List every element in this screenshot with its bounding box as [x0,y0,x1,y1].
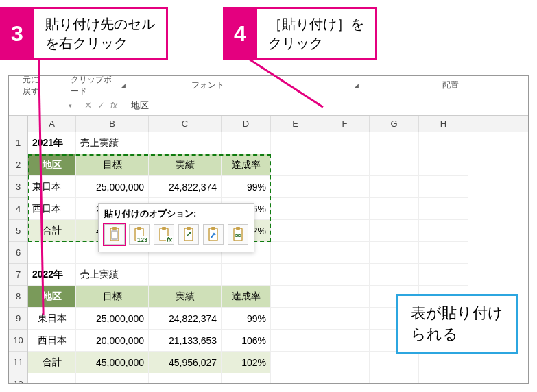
cell[interactable]: 24,822,374 [149,308,222,330]
cell[interactable]: 地区 [28,154,76,176]
name-box[interactable]: ▾ [9,102,77,109]
cell[interactable] [320,132,370,154]
cell[interactable] [222,264,271,286]
cell[interactable] [149,373,222,384]
col-header[interactable]: G [370,116,419,132]
cell[interactable] [419,132,468,154]
cell[interactable] [419,264,468,286]
cancel-icon[interactable]: ✕ [84,100,92,110]
paste-link-icon[interactable] [228,224,248,245]
cell[interactable]: 目標 [76,286,149,308]
cell[interactable] [370,242,419,264]
cell[interactable] [271,330,320,352]
cell[interactable]: 106% [222,330,271,352]
row-header[interactable]: 4 [9,198,27,220]
cell[interactable] [320,176,370,198]
row-header[interactable]: 10 [9,330,27,352]
cell[interactable]: 西日本 [28,198,76,220]
row-header[interactable]: 6 [9,242,27,264]
cell[interactable] [271,242,320,264]
cell[interactable]: 25,000,000 [76,308,149,330]
cell[interactable]: 実績 [149,154,222,176]
paste-values-icon[interactable]: 123 [129,224,150,245]
cell[interactable]: 25,000,000 [76,176,149,198]
paste-formatting-icon[interactable] [203,224,224,245]
cell[interactable]: 合計 [28,220,76,242]
cell[interactable] [320,242,370,264]
formula-bar-content[interactable]: 地区 [124,99,149,112]
col-header[interactable]: H [419,116,468,132]
cell[interactable]: 合計 [28,352,76,373]
cell[interactable] [320,198,370,220]
row-header[interactable]: 3 [9,176,27,198]
cell[interactable] [320,286,370,308]
paste-formulas-icon[interactable]: fx [154,224,174,245]
cell[interactable] [370,198,419,220]
cell[interactable] [28,373,76,384]
col-header[interactable]: A [28,116,76,132]
cell[interactable]: 東日本 [28,308,76,330]
row-header[interactable]: 9 [9,308,27,330]
cell[interactable]: 20,000,000 [76,330,149,352]
cell[interactable]: 2021年 [28,132,76,154]
cell[interactable] [222,373,271,384]
cell[interactable] [271,154,320,176]
enter-icon[interactable]: ✓ [97,100,105,110]
cell[interactable]: 24,822,374 [149,176,222,198]
cell[interactable] [271,308,320,330]
fx-icon[interactable]: fx [110,100,117,110]
cell[interactable] [76,373,149,384]
cell[interactable] [271,264,320,286]
cell[interactable]: 目標 [76,154,149,176]
col-header[interactable]: C [149,116,222,132]
cell[interactable] [419,242,468,264]
paste-transpose-icon[interactable] [178,224,199,245]
cell[interactable] [149,132,222,154]
cell[interactable] [370,154,419,176]
row-header[interactable]: 1 [9,132,27,154]
cell[interactable]: 東日本 [28,176,76,198]
cell[interactable] [271,286,320,308]
cell[interactable]: 102% [222,352,271,373]
cell[interactable]: 99% [222,308,271,330]
cell[interactable]: 実績 [149,286,222,308]
cell[interactable] [370,264,419,286]
cell[interactable] [419,373,468,384]
cell[interactable] [320,352,370,373]
cell[interactable]: 西日本 [28,330,76,352]
cell[interactable] [271,352,320,373]
select-all-corner[interactable] [9,116,28,132]
cell[interactable] [419,154,468,176]
row-header[interactable]: 5 [9,220,27,242]
cell[interactable]: 達成率 [222,154,271,176]
cell[interactable]: 達成率 [222,286,271,308]
cell[interactable] [320,373,370,384]
cell[interactable] [320,330,370,352]
cell[interactable] [370,373,419,384]
cell[interactable] [370,352,419,373]
row-header[interactable]: 8 [9,286,27,308]
cell[interactable]: 売上実績 [76,132,149,154]
cell[interactable]: 売上実績 [76,264,149,286]
cell[interactable]: 2022年 [28,264,76,286]
row-header[interactable]: 7 [9,264,27,286]
cell[interactable] [149,264,222,286]
dialog-launcher-icon[interactable]: ◢ [354,82,359,89]
cell[interactable] [271,373,320,384]
dialog-launcher-icon[interactable]: ◢ [121,82,126,89]
cell[interactable]: 45,000,000 [76,352,149,373]
cell[interactable] [370,132,419,154]
col-header[interactable]: E [271,116,320,132]
cell[interactable]: 地区 [28,286,76,308]
cell[interactable] [271,198,320,220]
col-header[interactable]: B [76,116,149,132]
cell[interactable] [320,308,370,330]
cell[interactable] [320,264,370,286]
cell[interactable] [419,176,468,198]
cell[interactable]: 21,133,653 [149,330,222,352]
row-header[interactable]: 12 [9,373,27,384]
cell[interactable] [419,220,468,242]
cell[interactable] [271,132,320,154]
cell[interactable]: 45,956,027 [149,352,222,373]
cell[interactable]: 99% [222,176,271,198]
